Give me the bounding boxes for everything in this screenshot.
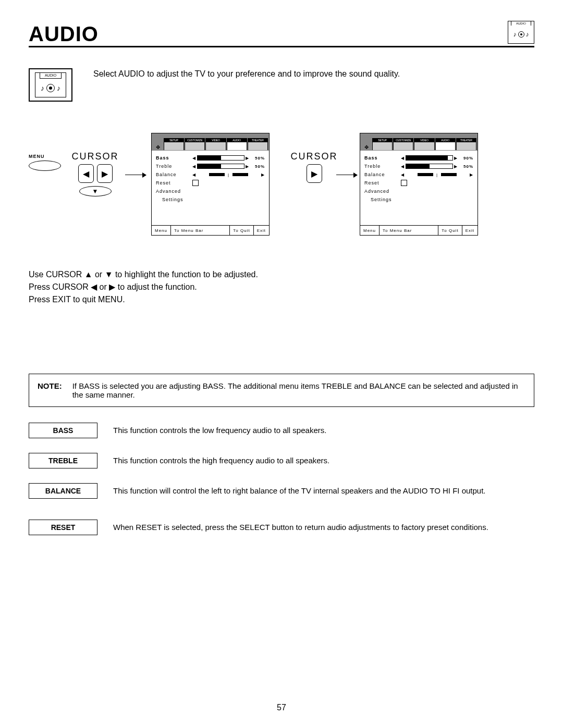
osd-item-reset: Reset bbox=[156, 179, 265, 187]
def-text: This function will control the left to r… bbox=[113, 483, 534, 495]
cursor-pad: CURSOR ◀ ▶ ▼ bbox=[70, 151, 120, 196]
tab-theater: THEATER bbox=[457, 139, 476, 142]
record-icon bbox=[46, 84, 55, 92]
tab-customize: CUSTOMIZE bbox=[394, 139, 413, 142]
def-label: TREBLE bbox=[29, 453, 97, 468]
osd-item-balance: Balance ◀|▶ bbox=[364, 170, 473, 179]
tab-customize: CUSTOMIZE bbox=[185, 139, 204, 142]
cursor-left-button: ◀ bbox=[78, 164, 94, 183]
def-row-balance: BALANCE This function will control the l… bbox=[29, 483, 534, 499]
cursor-right-button: ▶ bbox=[307, 164, 322, 183]
audio-icon-label: AUDIO bbox=[40, 72, 62, 79]
osd-tabs: ✥ SETUP CUSTOMIZE VIDEO AUDIO THEATER bbox=[360, 133, 478, 151]
def-row-reset: RESET When RESET is selected, press the … bbox=[29, 520, 534, 535]
osd-item-balance: Balance ◀|▶ bbox=[156, 170, 265, 179]
music-note-icon: ♪ bbox=[513, 31, 517, 38]
note-text: If BASS is selected you are adjusting BA… bbox=[72, 381, 525, 399]
music-note-icon: ♪ bbox=[41, 84, 44, 92]
def-label: BALANCE bbox=[29, 483, 97, 499]
audio-icon: AUDIO ♪♪ bbox=[508, 21, 534, 44]
instruction-line: Press CURSOR ◀ or ▶ to adjust the functi… bbox=[29, 281, 534, 293]
audio-large-icon: AUDIO ♪♪ bbox=[29, 68, 72, 102]
osd-item-settings: Settings bbox=[156, 195, 265, 204]
osd-item-advanced: Advanced bbox=[364, 187, 473, 195]
osd-footer: Menu To Menu Bar To Quit Exit bbox=[152, 225, 269, 235]
tab-setup: SETUP bbox=[373, 139, 392, 142]
arrow-icon bbox=[125, 175, 146, 175]
osd-footer: Menu To Menu Bar To Quit Exit bbox=[360, 225, 478, 235]
osd-item-bass: Bass ◀▶50% bbox=[156, 154, 265, 162]
music-note-icon: ♪ bbox=[526, 31, 529, 38]
cursor-pad-right: CURSOR ▶ bbox=[289, 151, 339, 183]
osd-item-reset: Reset bbox=[364, 179, 473, 187]
instruction-line: Press EXIT to quit MENU. bbox=[29, 293, 534, 306]
tab-audio: AUDIO bbox=[227, 139, 247, 142]
osd-item-bass: Bass ◀▶90% bbox=[364, 154, 473, 162]
cursor-down-button: ▼ bbox=[79, 186, 112, 196]
audio-icon-label: AUDIO bbox=[511, 21, 531, 26]
checkbox-icon bbox=[401, 180, 407, 186]
tab-video: VIDEO bbox=[414, 139, 434, 142]
record-icon bbox=[518, 31, 524, 38]
def-text: This function controls the high frequenc… bbox=[113, 453, 534, 465]
tab-audio: AUDIO bbox=[436, 139, 455, 142]
osd-screen-left: ✥ SETUP CUSTOMIZE VIDEO AUDIO THEATER Ba… bbox=[151, 133, 270, 236]
def-row-treble: TREBLE This function controls the high f… bbox=[29, 453, 534, 468]
menu-button-icon bbox=[29, 161, 61, 171]
cursor-right-button: ▶ bbox=[97, 164, 113, 183]
instructions-block: Use CURSOR ▲ or ▼ to highlight the funct… bbox=[29, 268, 534, 306]
osd-item-treble: Treble ◀▶50% bbox=[156, 162, 265, 170]
instruction-line: Use CURSOR ▲ or ▼ to highlight the funct… bbox=[29, 268, 534, 281]
music-note-icon: ♪ bbox=[57, 84, 60, 92]
arrow-icon bbox=[336, 175, 357, 175]
def-text: This function controls the low frequency… bbox=[113, 423, 534, 435]
tab-setup: SETUP bbox=[164, 139, 183, 142]
cursor-label: CURSOR bbox=[289, 151, 339, 162]
tab-theater: THEATER bbox=[248, 139, 267, 142]
intro-text: Select AUDIO to adjust the TV to your pr… bbox=[93, 68, 534, 80]
def-text: When RESET is selected, press the SELECT… bbox=[113, 520, 534, 532]
note-box: NOTE: If BASS is selected you are adjust… bbox=[29, 374, 534, 407]
osd-item-treble: Treble ◀▶50% bbox=[364, 162, 473, 170]
checkbox-icon bbox=[192, 180, 199, 186]
cursor-label: CURSOR bbox=[70, 151, 120, 162]
osd-item-settings: Settings bbox=[364, 195, 473, 204]
page-number: 57 bbox=[0, 703, 563, 712]
osd-tabs: ✥ SETUP CUSTOMIZE VIDEO AUDIO THEATER bbox=[152, 133, 269, 151]
page-title: AUDIO bbox=[29, 22, 99, 46]
tab-video: VIDEO bbox=[206, 139, 225, 142]
osd-screen-right: ✥ SETUP CUSTOMIZE VIDEO AUDIO THEATER Ba… bbox=[360, 133, 478, 236]
osd-item-advanced: Advanced bbox=[156, 187, 265, 195]
def-label: BASS bbox=[29, 423, 97, 438]
def-row-bass: BASS This function controls the low freq… bbox=[29, 423, 534, 438]
def-label: RESET bbox=[29, 520, 97, 535]
note-label: NOTE: bbox=[38, 381, 62, 399]
